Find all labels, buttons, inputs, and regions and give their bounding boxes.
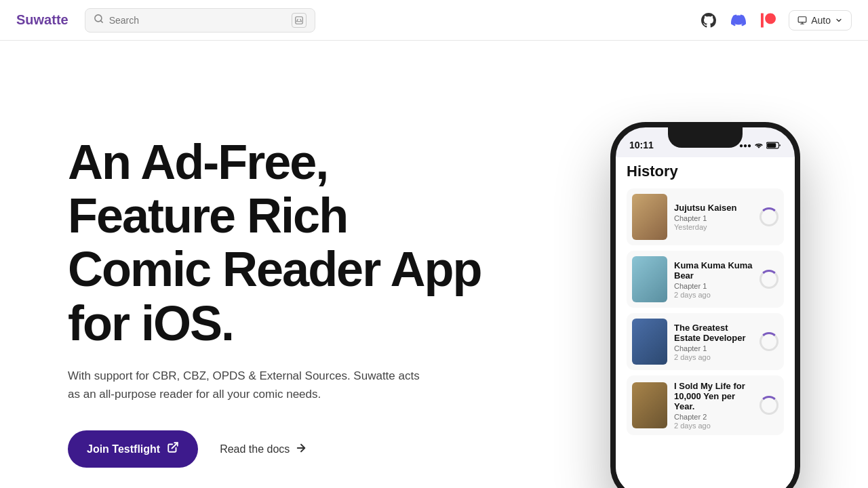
github-icon[interactable] bbox=[699, 11, 718, 30]
hero-title: An Ad-Free, Feature Rich Comic Reader Ap… bbox=[68, 136, 488, 350]
comic-chapter: Chapter 1 bbox=[674, 344, 753, 352]
search-kbd bbox=[292, 13, 307, 28]
arrow-right-icon bbox=[295, 442, 307, 457]
comic-info-greatest: The Greatest Estate Developer Chapter 1 … bbox=[674, 323, 753, 361]
chevron-down-icon bbox=[835, 16, 843, 24]
comic-item-greatest: The Greatest Estate Developer Chapter 1 … bbox=[627, 313, 784, 370]
comic-info-jujutsu: Jujutsu Kaisen Chapter 1 Yesterday bbox=[674, 203, 753, 231]
comic-spinner bbox=[760, 270, 778, 289]
phone-notch bbox=[668, 127, 743, 148]
battery-icon bbox=[766, 142, 781, 149]
discord-icon[interactable] bbox=[729, 11, 748, 30]
nav-logo[interactable]: Suwatte bbox=[16, 12, 68, 28]
comic-title: I Sold My Life for 10,000 Yen per Year. bbox=[674, 381, 753, 411]
status-time: 10:11 bbox=[629, 140, 654, 150]
status-icons: ●●● bbox=[739, 142, 781, 149]
comic-thumbnail-jujutsu bbox=[632, 194, 667, 240]
comic-info-kuma: Kuma Kuma Kuma Bear Chapter 1 2 days ago bbox=[674, 260, 753, 299]
comic-spinner bbox=[760, 396, 778, 415]
nav-right: Auto bbox=[699, 10, 852, 30]
comic-title: Jujutsu Kaisen bbox=[674, 203, 753, 213]
comic-item-isold: I Sold My Life for 10,000 Yen per Year. … bbox=[627, 375, 784, 435]
hero-subtitle: With support for CBR, CBZ, OPDS & Extern… bbox=[68, 367, 420, 403]
phone-history-heading: History bbox=[627, 163, 784, 180]
comic-info-isold: I Sold My Life for 10,000 Yen per Year. … bbox=[674, 381, 753, 430]
search-bar bbox=[85, 8, 315, 33]
comic-time: Yesterday bbox=[674, 223, 753, 231]
phone-mockup: 10:11 ●●● History bbox=[542, 122, 868, 488]
main-content: An Ad-Free, Feature Rich Comic Reader Ap… bbox=[0, 41, 868, 488]
wifi-icon bbox=[754, 142, 764, 148]
phone-content: History Jujutsu Kaisen Chapter 1 Yesterd… bbox=[616, 157, 795, 488]
auto-mode-button[interactable]: Auto bbox=[789, 10, 852, 30]
comic-thumbnail-kuma bbox=[632, 256, 667, 302]
comic-item-kuma: Kuma Kuma Kuma Bear Chapter 1 2 days ago bbox=[627, 251, 784, 308]
svg-rect-9 bbox=[767, 143, 776, 148]
read-docs-button[interactable]: Read the docs bbox=[220, 442, 307, 457]
svg-line-1 bbox=[100, 20, 102, 22]
hero-actions: Join Testflight Read the docs bbox=[68, 430, 488, 468]
comic-spinner bbox=[760, 332, 778, 351]
signal-icon: ●●● bbox=[739, 142, 751, 149]
external-link-icon bbox=[167, 441, 179, 457]
comic-title: The Greatest Estate Developer bbox=[674, 323, 753, 343]
comic-title: Kuma Kuma Kuma Bear bbox=[674, 260, 753, 281]
svg-rect-3 bbox=[798, 16, 806, 22]
comic-item-jujutsu: Jujutsu Kaisen Chapter 1 Yesterday bbox=[627, 188, 784, 245]
search-icon bbox=[94, 14, 104, 26]
comic-time: 2 days ago bbox=[674, 422, 753, 430]
svg-line-6 bbox=[172, 443, 178, 448]
join-testflight-button[interactable]: Join Testflight bbox=[68, 430, 198, 468]
search-input[interactable] bbox=[109, 15, 286, 26]
comic-thumbnail-isold bbox=[632, 382, 667, 428]
patreon-icon[interactable] bbox=[759, 11, 778, 30]
comic-chapter: Chapter 2 bbox=[674, 413, 753, 421]
svg-rect-2 bbox=[295, 16, 302, 24]
navbar: Suwatte bbox=[0, 0, 868, 41]
phone-frame: 10:11 ●●● History bbox=[610, 122, 800, 488]
hero-section: An Ad-Free, Feature Rich Comic Reader Ap… bbox=[68, 95, 488, 468]
comic-chapter: Chapter 1 bbox=[674, 214, 753, 222]
monitor-icon bbox=[797, 16, 807, 25]
comic-time: 2 days ago bbox=[674, 291, 753, 299]
comic-chapter: Chapter 1 bbox=[674, 282, 753, 290]
comic-time: 2 days ago bbox=[674, 353, 753, 361]
comic-thumbnail-greatest bbox=[632, 319, 667, 365]
comic-spinner bbox=[760, 207, 778, 226]
